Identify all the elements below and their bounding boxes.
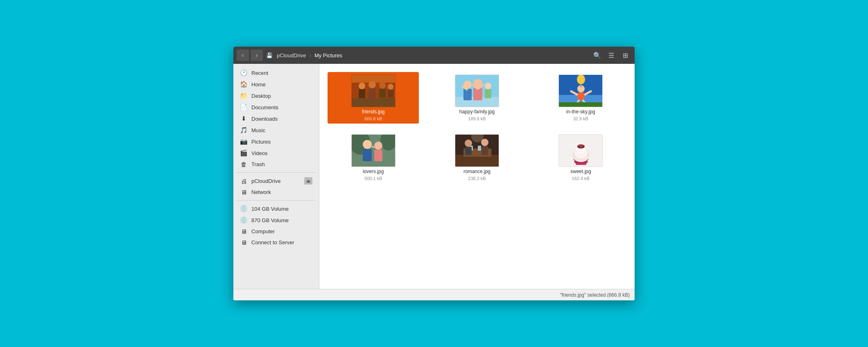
sidebar-item-label: Recent [251,70,268,76]
sidebar-item-pictures[interactable]: 📷 Pictures [235,136,317,147]
friends-thumbnail [352,74,395,107]
file-size-lovers: 500.1 kB [364,176,382,181]
file-item-friends[interactable]: friends.jpg 666.8 kB [328,72,419,124]
breadcrumb-current: My Pictures [312,51,345,60]
sidebar-item-label: Videos [251,150,268,156]
videos-icon: 🎬 [240,149,247,157]
drive-icon: 💾 [266,52,273,59]
svg-rect-10 [352,98,395,107]
svg-rect-18 [485,89,491,98]
sidebar-item-desktop[interactable]: 📁 Desktop [235,90,317,101]
svg-point-8 [388,84,393,90]
sidebar-item-videos[interactable]: 🎬 Videos [235,147,317,159]
sidebar-item-computer[interactable]: 🖥 Computer [235,226,317,237]
sidebar-item-label: Network [251,189,271,195]
sidebar-item-connect[interactable]: 🖥 Connect to Server [235,237,317,248]
vol870-icon: 💿 [240,216,247,224]
file-name-romance: romance.jpg [463,169,491,174]
svg-rect-5 [368,88,376,98]
computer-icon: 🖥 [240,228,247,235]
sidebar-item-downloads[interactable]: ⬇ Downloads [235,113,317,124]
svg-point-37 [363,140,372,149]
file-size-friends: 666.8 kB [364,116,382,121]
list-view-button[interactable]: ☰ [605,50,617,61]
vol104-icon: 💿 [240,205,247,212]
svg-rect-46 [478,146,481,151]
forward-button[interactable]: › [251,50,263,61]
pcloud-icon: 🖨 [240,178,247,185]
file-name-sweet: sweet.jpg [570,169,591,174]
back-button[interactable]: ‹ [237,50,249,61]
svg-point-6 [379,82,386,89]
music-icon: 🎵 [240,126,247,134]
eject-button[interactable]: ⏏ [304,177,312,185]
sidebar-item-vol104[interactable]: 💿 104 GB Volume [235,203,317,214]
svg-rect-9 [388,90,393,98]
file-item-lovers[interactable]: lovers.jpg 500.1 kB [328,132,419,183]
file-item-sweet[interactable]: sweet.jpg 162.4 kB [535,132,626,183]
home-icon: 🏠 [240,81,247,88]
svg-rect-38 [363,149,372,161]
file-name-lovers: lovers.jpg [363,169,384,174]
grid-view-button[interactable]: ⊞ [619,50,631,61]
sidebar-item-label: Desktop [251,93,271,99]
file-area: friends.jpg 666.8 kB [319,64,635,289]
sidebar-item-pcloud[interactable]: 🖨 pCloudDrive ⏏ [235,175,317,187]
file-thumb-sweet [558,134,603,167]
file-thumb-lovers [351,134,396,167]
sidebar-item-music[interactable]: 🎵 Music [235,124,317,136]
main-area: 🕐 Recent 🏠 Home 📁 Desktop 📄 Documents ⬇ … [233,64,635,289]
file-name-in-the-sky: in-the-sky.jpg [566,109,595,115]
sidebar-item-label: 870 GB Volume [251,217,289,223]
svg-point-47 [465,140,472,147]
file-thumb-happy-family [455,74,499,107]
svg-rect-16 [473,88,482,100]
sidebar-divider-2 [237,200,316,201]
sidebar-item-network[interactable]: 🖥 Network [235,187,317,198]
sidebar-divider-1 [237,172,316,173]
network-icon: 🖥 [240,189,247,196]
happy-family-thumbnail [455,74,499,107]
svg-line-41 [372,146,374,147]
sidebar-item-trash[interactable]: 🗑 Trash [235,159,317,170]
svg-point-4 [368,81,376,88]
file-item-in-the-sky[interactable]: in-the-sky.jpg 32.9 kB [535,72,626,124]
sidebar-item-documents[interactable]: 📄 Documents [235,101,317,113]
downloads-icon: ⬇ [240,115,247,122]
sidebar-item-label: Trash [251,161,265,167]
sidebar-item-label: 104 GB Volume [251,206,289,212]
file-size-happy-family: 189.6 kB [468,116,486,121]
trash-icon: 🗑 [240,161,247,168]
lovers-thumbnail [352,134,395,167]
breadcrumb-separator: › [309,52,312,59]
file-thumb-romance [455,134,499,167]
svg-point-2 [359,83,365,89]
svg-rect-40 [374,150,382,161]
svg-rect-3 [359,89,365,98]
search-button[interactable]: 🔍 [591,50,604,61]
svg-rect-14 [463,89,472,100]
statusbar: "friends.jpg" selected (666.8 kB) [233,289,635,300]
sidebar-item-vol870[interactable]: 💿 870 GB Volume [235,214,317,226]
file-item-happy-family[interactable]: happy-family.jpg 189.6 kB [431,72,522,124]
pictures-icon: 📷 [240,138,247,145]
sidebar-item-recent[interactable]: 🕐 Recent [235,67,317,79]
file-item-romance[interactable]: romance.jpg 238.2 kB [431,132,522,183]
sidebar-item-home[interactable]: 🏠 Home [235,79,317,90]
file-name-friends: friends.jpg [362,109,384,115]
sidebar-item-label: Computer [251,228,275,234]
breadcrumb-drive[interactable]: pCloudDrive [274,51,309,60]
status-text: "friends.jpg" selected (666.8 kB) [560,292,630,298]
sidebar-item-label: Connect to Server [251,239,294,246]
sidebar-item-label: Home [251,81,266,88]
file-name-happy-family: happy-family.jpg [459,109,495,115]
sidebar-item-label: Downloads [251,116,278,122]
sidebar-item-label: Pictures [251,139,271,145]
file-thumb-in-the-sky [558,74,603,107]
sidebar: 🕐 Recent 🏠 Home 📁 Desktop 📄 Documents ⬇ … [233,64,319,289]
in-the-sky-thumbnail [559,74,602,107]
desktop-icon: 📁 [240,92,247,99]
svg-point-39 [374,142,382,150]
sidebar-item-label: Music [251,127,265,133]
connect-icon: 🖥 [240,239,247,246]
